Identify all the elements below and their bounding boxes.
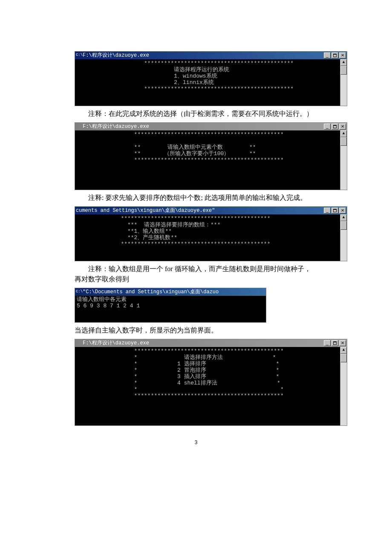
titlebar[interactable]: F:\程序设计\dazuoye.exe _ ✕ <box>75 339 347 347</box>
window-title: F:\程序设计\dazuoye.exe <box>83 339 324 347</box>
scroll-thumb[interactable] <box>340 221 347 230</box>
scroll-thumb[interactable] <box>340 137 347 146</box>
console-window-3: cuments and Settings\xinguan\桌面\dazuoye.… <box>75 206 347 261</box>
console-output: ****************************************… <box>75 130 340 190</box>
minimize-button[interactable]: _ <box>324 208 331 214</box>
close-button[interactable]: ✕ <box>339 340 346 346</box>
close-button[interactable]: ✕ <box>339 124 346 130</box>
cmd-icon: C:\ <box>76 289 83 295</box>
window-controls: _ ✕ <box>324 52 346 58</box>
scroll-track[interactable] <box>340 354 347 425</box>
console-output: ****************************************… <box>75 214 340 261</box>
scroll-up-button[interactable]: ▲ <box>340 59 347 66</box>
cmd-icon: C:\ <box>76 52 83 58</box>
window-controls: _ ✕ <box>324 124 346 130</box>
scroll-thumb[interactable] <box>340 66 347 75</box>
console-body: ****************************************… <box>75 59 347 106</box>
scroll-track[interactable] <box>340 221 347 261</box>
scroll-track[interactable] <box>340 137 347 190</box>
scrollbar[interactable]: ▲ <box>340 347 347 425</box>
maximize-button[interactable] <box>331 208 338 214</box>
console-body: ****************************************… <box>75 214 347 261</box>
console-output: ****************************************… <box>75 347 340 425</box>
maximize-button[interactable] <box>331 52 338 58</box>
window-title: F:\程序设计\dazuoye.exe <box>83 52 324 59</box>
console-window-5: F:\程序设计\dazuoye.exe _ ✕ ****************… <box>75 339 347 426</box>
scroll-thumb[interactable] <box>340 354 347 362</box>
window-title: F:\程序设计\dazuoye.exe <box>83 123 324 130</box>
console-output: 请输入数组中各元素 5 6 9 3 8 7 1 2 4 1 <box>75 296 266 322</box>
document-page: C:\ F:\程序设计\dazuoye.exe _ ✕ ************… <box>0 0 392 463</box>
titlebar[interactable]: cuments and Settings\xinguan\桌面\dazuoye.… <box>75 207 347 214</box>
console-window-1: C:\ F:\程序设计\dazuoye.exe _ ✕ ************… <box>75 51 347 106</box>
scroll-up-button[interactable]: ▲ <box>340 347 347 354</box>
scrollbar[interactable]: ▲ <box>340 130 347 190</box>
scrollbar[interactable]: ▲ <box>340 59 347 106</box>
console-window-4: C:\ "C:\Documents and Settings\xinguan\桌… <box>75 288 266 323</box>
console-window-2: F:\程序设计\dazuoye.exe _ ✕ ****************… <box>75 122 347 190</box>
window-title: "C:\Documents and Settings\xinguan\桌面\da… <box>83 288 265 296</box>
console-body: ****************************************… <box>75 347 347 425</box>
cmd-icon <box>76 124 83 130</box>
page-number: 3 <box>75 439 317 446</box>
titlebar[interactable]: C:\ F:\程序设计\dazuoye.exe _ ✕ <box>75 52 347 59</box>
maximize-button[interactable] <box>331 340 338 346</box>
scroll-track[interactable] <box>340 66 347 106</box>
window-controls: _ ✕ <box>324 340 346 346</box>
scroll-up-button[interactable]: ▲ <box>340 214 347 221</box>
console-body: ****************************************… <box>75 130 347 190</box>
note-1: 注释：在此完成对系统的选择（由于检测需求，需要在不同系统中运行。） <box>75 109 317 119</box>
minimize-button[interactable]: _ <box>324 340 331 346</box>
window-title: cuments and Settings\xinguan\桌面\dazuoye.… <box>76 207 324 214</box>
maximize-button[interactable] <box>331 124 338 130</box>
console-body: 请输入数组中各元素 5 6 9 3 8 7 1 2 4 1 <box>75 296 266 322</box>
minimize-button[interactable]: _ <box>324 124 331 130</box>
console-output: ****************************************… <box>75 59 340 106</box>
titlebar[interactable]: F:\程序设计\dazuoye.exe _ ✕ <box>75 123 347 130</box>
scroll-up-button[interactable]: ▲ <box>340 130 347 137</box>
note-4: 当选择自主输入数字时，所显示的为当前界面。 <box>75 325 317 335</box>
note-3: 注释：输入数组是用一个 for 循环输入，而产生随机数则是用时间做种子，再对数字… <box>75 264 317 284</box>
minimize-button[interactable]: _ <box>324 52 331 58</box>
note-2: 注释: 要求先输入要排序的数组中个数; 此选项用简单的输出和输入完成。 <box>75 193 317 203</box>
close-button[interactable]: ✕ <box>339 208 346 214</box>
window-controls: _ ✕ <box>324 208 346 214</box>
close-button[interactable]: ✕ <box>339 52 346 58</box>
cmd-icon <box>76 340 83 346</box>
titlebar[interactable]: C:\ "C:\Documents and Settings\xinguan\桌… <box>75 288 266 296</box>
scrollbar[interactable]: ▲ <box>340 214 347 261</box>
